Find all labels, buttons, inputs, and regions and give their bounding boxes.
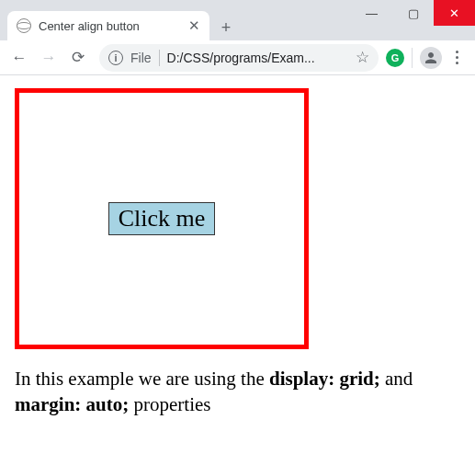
description-text: In this example we are using the display… (15, 366, 456, 418)
grammarly-extension-icon[interactable]: G (386, 49, 404, 67)
site-info-icon[interactable]: i (108, 51, 123, 65)
window-maximize-button[interactable]: ▢ (392, 0, 434, 26)
window-close-button[interactable]: ✕ (434, 0, 475, 26)
forward-button[interactable]: → (35, 44, 62, 72)
toolbar-divider (412, 48, 413, 68)
desc-part: properties (129, 393, 210, 415)
address-bar[interactable]: i File D:/CSS/programs/Exam... ☆ (99, 44, 379, 72)
address-divider (159, 50, 160, 66)
grid-container: Click me (15, 88, 309, 349)
reload-button[interactable]: ⟳ (64, 44, 92, 72)
tab-title: Center align button (39, 19, 181, 33)
tab-close-icon[interactable]: ✕ (188, 17, 200, 34)
desc-part: In this example we are using the (15, 368, 269, 390)
window-minimize-button[interactable]: — (351, 0, 392, 26)
chrome-menu-button[interactable] (444, 51, 469, 64)
desc-bold: margin: auto; (15, 393, 129, 415)
desc-bold: display: grid; (269, 368, 380, 390)
url-text: D:/CSS/programs/Exam... (167, 51, 348, 65)
desc-part: and (380, 368, 413, 390)
new-tab-button[interactable]: + (213, 15, 239, 40)
file-label: File (130, 51, 152, 65)
browser-tab[interactable]: Center align button ✕ (7, 11, 209, 40)
page-content: Click me In this example we are using th… (0, 75, 475, 431)
back-button[interactable]: ← (6, 44, 33, 72)
bookmark-star-icon[interactable]: ☆ (356, 48, 369, 67)
click-me-button[interactable]: Click me (108, 202, 216, 235)
browser-toolbar: ← → ⟳ i File D:/CSS/programs/Exam... ☆ G (0, 40, 475, 75)
globe-icon (17, 18, 31, 33)
profile-avatar-icon[interactable] (420, 47, 442, 69)
